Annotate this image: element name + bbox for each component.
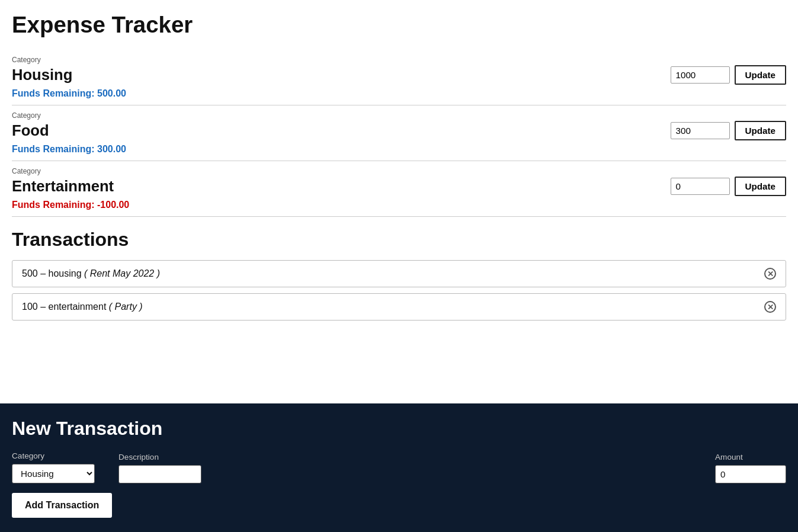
category-row-entertainment: Entertainment Update	[12, 177, 786, 196]
x-circle-icon-t2: ✕	[764, 301, 776, 313]
description-input[interactable]	[118, 465, 201, 483]
funds-remaining-housing: Funds Remaining: 500.00	[12, 88, 786, 99]
category-name-housing: Housing	[12, 66, 72, 84]
page-title: Expense Tracker	[12, 12, 786, 38]
category-field-label: Category	[12, 451, 95, 460]
category-controls-food: Update	[671, 121, 786, 140]
transaction-delete-t1[interactable]: ✕	[764, 268, 776, 280]
category-label-housing: Category	[12, 56, 786, 64]
category-row-housing: Housing Update	[12, 65, 786, 85]
category-name-entertainment: Entertainment	[12, 178, 114, 195]
transaction-item-t1: 500 – housing ( Rent May 2022 ) ✕	[12, 260, 786, 287]
category-row-food: Food Update	[12, 121, 786, 140]
new-transaction-panel: New Transaction Category HousingFoodEnte…	[0, 403, 798, 532]
category-label-food: Category	[12, 111, 786, 120]
budget-input-food[interactable]	[671, 122, 730, 139]
new-transaction-title: New Transaction	[12, 418, 786, 440]
funds-remaining-entertainment: Funds Remaining: -100.00	[12, 200, 786, 210]
transaction-text-t2: 100 – entertainment ( Party )	[22, 302, 143, 312]
category-controls-housing: Update	[671, 65, 786, 85]
category-name-food: Food	[12, 122, 49, 139]
add-transaction-button[interactable]: Add Transaction	[12, 493, 112, 518]
category-field: Category HousingFoodEntertainment	[12, 451, 95, 483]
update-button-food[interactable]: Update	[735, 121, 786, 140]
new-transaction-form: Category HousingFoodEntertainment Descri…	[12, 451, 786, 483]
amount-input[interactable]	[715, 465, 786, 483]
category-section-entertainment: Category Entertainment Update Funds Rema…	[12, 161, 786, 217]
amount-label: Amount	[715, 453, 786, 462]
update-button-entertainment[interactable]: Update	[735, 177, 786, 196]
transactions-title: Transactions	[12, 229, 786, 251]
description-label: Description	[118, 453, 691, 462]
transaction-desc-t1: ( Rent May 2022 )	[84, 268, 160, 278]
transaction-item-t2: 100 – entertainment ( Party ) ✕	[12, 293, 786, 321]
category-label-entertainment: Category	[12, 167, 786, 175]
categories-container: Category Housing Update Funds Remaining:…	[12, 50, 786, 217]
x-circle-icon-t1: ✕	[764, 268, 776, 280]
category-section-food: Category Food Update Funds Remaining: 30…	[12, 105, 786, 161]
category-section-housing: Category Housing Update Funds Remaining:…	[12, 50, 786, 105]
main-content: Expense Tracker Category Housing Update …	[0, 0, 798, 403]
description-field: Description	[118, 453, 691, 483]
category-select[interactable]: HousingFoodEntertainment	[12, 464, 95, 483]
transaction-desc-t2: ( Party )	[109, 302, 143, 312]
transaction-delete-t2[interactable]: ✕	[764, 301, 776, 313]
transactions-section: Transactions 500 – housing ( Rent May 20…	[12, 229, 786, 321]
transaction-text-t1: 500 – housing ( Rent May 2022 )	[22, 268, 160, 279]
category-controls-entertainment: Update	[671, 177, 786, 196]
budget-input-housing[interactable]	[671, 66, 730, 84]
funds-remaining-food: Funds Remaining: 300.00	[12, 144, 786, 155]
transactions-container: 500 – housing ( Rent May 2022 ) ✕ 100 – …	[12, 260, 786, 321]
amount-field: Amount	[715, 453, 786, 483]
budget-input-entertainment[interactable]	[671, 178, 730, 195]
update-button-housing[interactable]: Update	[735, 65, 786, 85]
